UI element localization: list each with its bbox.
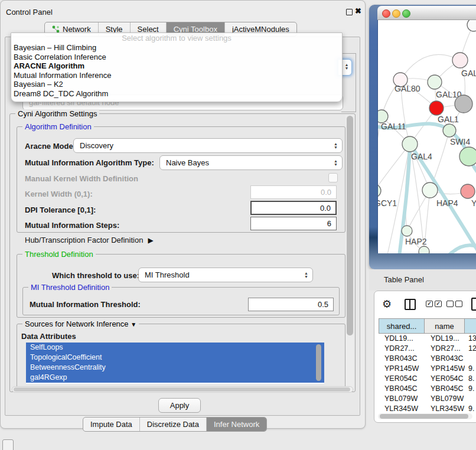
mi-threshold-label: Mutual Information Threshold: <box>30 300 141 309</box>
settings-hscrollbar-thumb[interactable] <box>14 387 350 392</box>
attr-list-scrollbar-thumb[interactable] <box>316 344 321 381</box>
spinner-arrows-icon: ▲▼ <box>334 159 338 166</box>
node-hap2[interactable] <box>402 226 412 236</box>
apply-button[interactable]: Apply <box>158 398 201 413</box>
deselect-all-icon2[interactable] <box>455 301 462 307</box>
gear-icon[interactable]: ⚙ <box>382 298 392 311</box>
zoom-traffic-icon[interactable] <box>402 9 410 18</box>
aracne-mode-combo[interactable]: Discovery ▲▼ <box>73 138 343 153</box>
sources-group-title[interactable]: Sources for Network Inference ▼ <box>22 319 139 328</box>
table-hscrollbar-thumb[interactable] <box>380 414 468 419</box>
desktop: Control Panel ✖ Network Style Select Cyn… <box>0 0 476 450</box>
minimized-panel-button[interactable] <box>2 439 14 450</box>
mi-type-value: Naive Bayes <box>166 158 209 167</box>
table-cell: YER054C <box>379 374 425 384</box>
deselect-all-icon[interactable] <box>446 301 454 307</box>
node-gal4[interactable] <box>402 136 418 152</box>
hub-definition-expander[interactable]: Hub/Transcription Factor Definition ▶ <box>25 236 154 244</box>
algorithm-option[interactable]: Mutual Information Inference <box>11 71 342 80</box>
select-all-icon[interactable]: ✓ <box>426 301 433 307</box>
table-cell: YBR043C <box>379 354 425 364</box>
node-gal1[interactable] <box>429 101 444 115</box>
attr-items: SelfLoopsTopologicalCoefficientBetweenne… <box>26 343 324 383</box>
node-gal11-label: GAL11 <box>381 122 406 131</box>
node-bottom-partial[interactable] <box>419 246 429 253</box>
split-view-icon[interactable] <box>405 299 416 310</box>
node-pink-y[interactable] <box>461 184 475 198</box>
table-row[interactable]: YER054CYER054C8. <box>379 374 476 384</box>
expander-arrow-icon: ▶ <box>148 236 153 244</box>
which-threshold-value: MI Threshold <box>145 270 190 279</box>
node-hap4[interactable] <box>422 182 438 198</box>
data-attribute-item[interactable]: SelfLoops <box>26 343 324 353</box>
select-all-icon2[interactable]: ✓ <box>435 301 442 307</box>
node-swi4[interactable] <box>443 124 456 137</box>
which-threshold-label: Which threshold to use: <box>52 271 139 280</box>
column-header-a[interactable]: A <box>465 318 476 334</box>
table-panel-title: Table Panel <box>384 275 424 284</box>
spinner-arrows-icon: ▲▼ <box>334 142 338 149</box>
mi-steps-label: Mutual Information Steps: <box>25 221 119 230</box>
table-cell: YBR043C <box>425 354 465 364</box>
hub-definition-label: Hub/Transcription Factor Definition <box>25 236 143 244</box>
close-traffic-icon[interactable] <box>382 9 390 18</box>
node-big-green[interactable] <box>459 147 476 166</box>
window-close-icon[interactable]: ✖ <box>355 6 361 15</box>
settings-hscrollbar[interactable] <box>12 386 353 393</box>
data-attribute-item[interactable]: BetweennessCentrality <box>26 363 324 373</box>
minimize-traffic-icon[interactable] <box>392 9 400 18</box>
settings-scrollbar-thumb[interactable] <box>347 116 353 335</box>
network-window-titlebar[interactable] <box>377 6 476 20</box>
mi-steps-field[interactable]: 6 <box>250 217 337 230</box>
node-gcy1[interactable] <box>378 184 381 197</box>
data-attribute-item[interactable]: TopologicalCoefficient <box>26 353 324 363</box>
node-top-partial[interactable] <box>467 20 476 31</box>
cyni-bottom-tabbar: Impute Data Discretize Data Infer Networ… <box>83 417 267 432</box>
node-gal-pink[interactable] <box>452 53 468 68</box>
data-attribute-item[interactable]: gal4RGexp <box>26 373 324 383</box>
algorithm-option[interactable]: Basic Correlation Inference <box>11 53 342 62</box>
table-row[interactable]: YDR27...YDR27...12 <box>379 344 476 354</box>
table-hscrollbar[interactable] <box>378 413 472 419</box>
manual-kernel-checkbox[interactable] <box>328 173 338 182</box>
window-float-icon[interactable] <box>346 9 353 15</box>
table-row[interactable]: YDL19...YDL19...13 <box>379 334 476 344</box>
table-header-row: shared... name A <box>379 318 476 334</box>
table-cell: YPR145W <box>425 364 465 374</box>
table-cell: YBR045C <box>425 384 465 394</box>
node-gal10[interactable] <box>428 75 442 89</box>
table-row[interactable]: YBR045CYBR045C9. <box>379 384 476 394</box>
dpi-tolerance-label: DPI Tolerance [0,1]: <box>25 206 96 214</box>
node-gray[interactable] <box>455 95 472 113</box>
mi-type-combo[interactable]: Naive Bayes ▲▼ <box>159 155 343 170</box>
which-threshold-combo[interactable]: MI Threshold ▲▼ <box>138 268 313 282</box>
algorithm-option[interactable]: ARACNE Algorithm <box>11 61 342 71</box>
data-attributes-list[interactable]: SelfLoopsTopologicalCoefficientBetweenne… <box>26 343 324 384</box>
table-cell: YBL079W <box>379 394 425 404</box>
column-header-shared[interactable]: shared... <box>379 318 425 334</box>
algorithm-option[interactable]: Dream8 DC_TDC Algorithm <box>11 89 342 99</box>
mi-threshold-field[interactable]: 0.5 <box>248 298 334 311</box>
network-canvas[interactable]: GALGAL80GAL10GAL1GAL11SWI4GAL4GCY1HAP4YH… <box>377 20 476 253</box>
table-cell: 9. <box>465 364 476 374</box>
table-body[interactable]: YDL19...YDL19...13YDR27...YDR27...12YBR0… <box>379 334 476 413</box>
table-cell <box>465 394 476 404</box>
kernel-width-field[interactable]: 0.0 <box>250 185 337 199</box>
tab-infer-network[interactable]: Infer Network <box>207 418 266 431</box>
column-header-name[interactable]: name <box>425 318 465 334</box>
dpi-tolerance-field[interactable]: 0.0 <box>250 201 337 215</box>
tab-impute-data[interactable]: Impute Data <box>83 418 140 431</box>
algorithm-option[interactable]: Bayesian – K2 <box>11 80 342 89</box>
table-row[interactable]: YLR345WYLR345W9. <box>379 404 476 413</box>
page-icon[interactable] <box>471 298 476 311</box>
manual-kernel-label: Manual Kernel Width Definition <box>25 174 138 183</box>
algorithm-option[interactable]: Bayesian – Hill Climbing <box>11 43 342 53</box>
node-gal11[interactable] <box>378 110 388 123</box>
tab-discretize-data[interactable]: Discretize Data <box>140 418 207 431</box>
network-edge <box>378 144 410 191</box>
table-row[interactable]: YBL079WYBL079W <box>379 394 476 404</box>
table-row[interactable]: YPR145WYPR145W9. <box>379 364 476 374</box>
node-gal-pink-label: GAL <box>461 69 476 78</box>
table-row[interactable]: YBR043CYBR043C <box>379 354 476 364</box>
algorithm-definition-title: Algorithm Definition <box>22 122 94 131</box>
